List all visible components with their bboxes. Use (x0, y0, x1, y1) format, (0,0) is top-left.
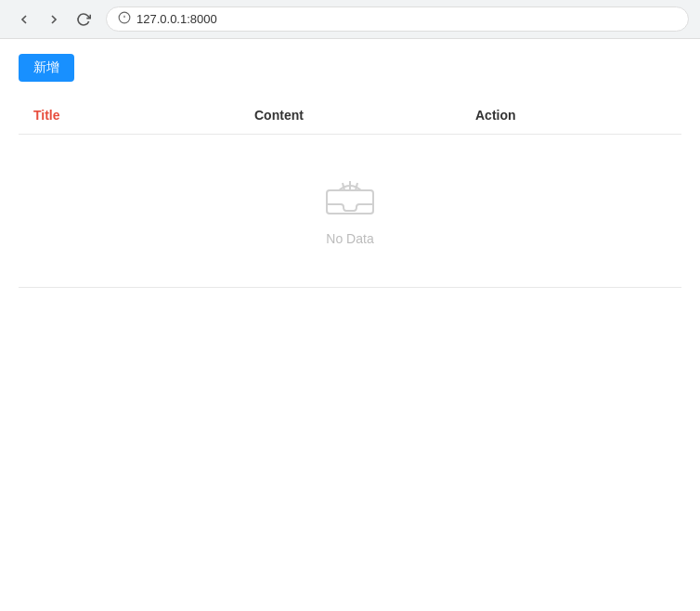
table-header-row: Title Content Action (19, 97, 681, 135)
nav-buttons (11, 6, 97, 32)
url-text: 127.0.0.1:8000 (136, 12, 217, 26)
empty-state-cell: No Data (19, 135, 681, 284)
no-data-text: No Data (326, 231, 373, 246)
empty-state-row: No Data (19, 135, 681, 284)
column-header-content: Content (240, 97, 460, 135)
column-header-action: Action (460, 97, 681, 135)
empty-state: No Data (19, 135, 681, 283)
table-body: No Data (19, 135, 681, 284)
address-bar[interactable]: 127.0.0.1:8000 (106, 6, 689, 32)
no-data-icon (322, 172, 378, 222)
table-header: Title Content Action (19, 97, 681, 135)
back-button[interactable] (11, 6, 37, 32)
svg-line-6 (356, 183, 357, 190)
page-content: 新增 Title Content Action (0, 39, 700, 325)
forward-button[interactable] (41, 6, 67, 32)
refresh-button[interactable] (71, 6, 97, 32)
security-info-icon (118, 11, 131, 27)
data-table: Title Content Action (19, 97, 681, 283)
column-header-title: Title (19, 97, 240, 135)
table-footer (19, 287, 681, 310)
browser-chrome: 127.0.0.1:8000 (0, 0, 700, 39)
add-button[interactable]: 新增 (19, 54, 74, 82)
svg-line-5 (343, 183, 344, 190)
